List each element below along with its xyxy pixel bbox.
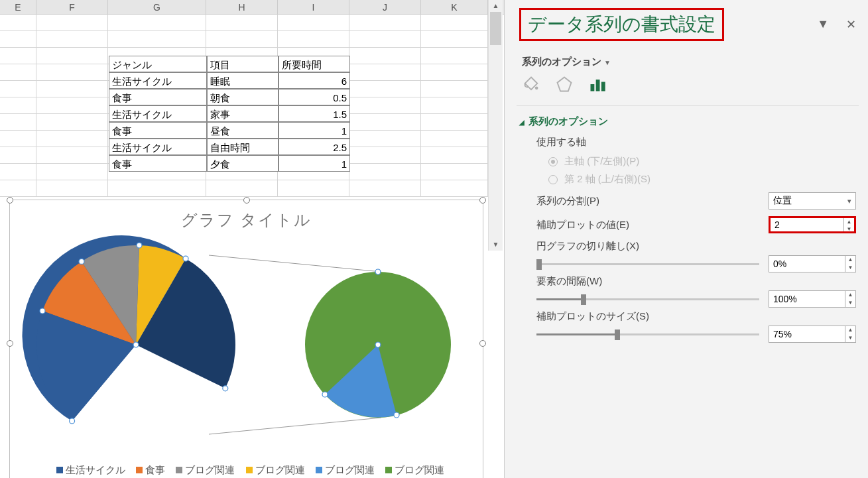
chart-title[interactable]: グラフ タイトル <box>10 209 483 231</box>
svg-point-4 <box>137 243 142 248</box>
svg-point-12 <box>322 392 328 397</box>
axis-label: 使用する軸 <box>536 136 856 149</box>
table-cell[interactable]: 1 <box>279 122 350 139</box>
pane-title: データ系列の書式設定 <box>519 8 724 41</box>
gap-slider[interactable] <box>536 292 759 306</box>
table-cell[interactable]: 食事 <box>109 89 207 105</box>
svg-point-14 <box>535 87 538 90</box>
table-cell[interactable]: 食事 <box>109 122 207 139</box>
svg-marker-15 <box>558 78 572 91</box>
radio-primary-axis: 主軸 (下/左側)(P) <box>548 155 856 168</box>
table-cell[interactable]: 1.5 <box>279 105 350 122</box>
table-cell[interactable]: 夕食 <box>207 155 279 172</box>
split-label: 系列の分割(P) <box>536 195 769 208</box>
second-plot-size-spinner[interactable]: 75% ▲▼ <box>769 326 856 343</box>
table-cell[interactable]: 昼食 <box>207 122 279 139</box>
secondary-values-label: 補助プロットの値(E) <box>536 219 769 231</box>
data-table[interactable]: ジャンル 項目 所要時間 生活サイクル睡眠6 食事朝食0.5 生活サイクル家事1… <box>109 56 350 172</box>
explosion-slider[interactable] <box>536 257 759 270</box>
chart-legend: 生活サイクル 食事 ブログ関連 ブログ関連 ブログ関連 ブログ関連 <box>10 464 483 477</box>
column-headers: E F G H I J K <box>0 0 504 15</box>
table-cell[interactable]: 生活サイクル <box>109 72 207 89</box>
effects-icon[interactable] <box>555 75 574 93</box>
vertical-scrollbar[interactable]: ▲ ▼ <box>488 0 503 251</box>
col-header[interactable]: K <box>421 0 488 14</box>
gap-label: 要素の間隔(W) <box>536 275 856 288</box>
split-select[interactable]: 位置 <box>769 192 856 209</box>
svg-point-6 <box>40 308 45 314</box>
radio-secondary-axis: 第 2 軸 (上/右側)(S) <box>548 173 856 186</box>
radio-icon <box>548 175 558 184</box>
table-cell[interactable]: 睡眠 <box>207 72 279 89</box>
close-icon[interactable]: ✕ <box>846 17 856 32</box>
pane-menu-icon[interactable]: ▼ <box>817 17 829 32</box>
col-header[interactable]: J <box>349 0 421 14</box>
table-cell[interactable]: 生活サイクル <box>109 139 207 155</box>
col-header[interactable]: H <box>206 0 278 14</box>
scroll-up-icon[interactable]: ▲ <box>489 0 503 12</box>
svg-rect-17 <box>596 80 600 91</box>
radio-icon <box>548 157 558 166</box>
gap-spinner[interactable]: 100% ▲▼ <box>769 290 856 308</box>
embedded-chart[interactable]: グラフ タイトル <box>9 200 483 478</box>
table-cell[interactable]: 生活サイクル <box>109 105 207 122</box>
tab-icons <box>522 75 856 93</box>
table-header[interactable]: 所要時間 <box>279 56 350 72</box>
svg-point-11 <box>394 412 399 418</box>
spinner-up-icon[interactable]: ▲ <box>844 218 854 225</box>
svg-point-7 <box>70 418 75 424</box>
svg-point-5 <box>79 259 84 264</box>
table-cell[interactable]: 6 <box>279 72 350 89</box>
table-cell[interactable]: 2.5 <box>279 139 350 155</box>
svg-point-10 <box>375 342 381 347</box>
svg-point-13 <box>375 269 381 274</box>
second-plot-size-slider[interactable] <box>536 328 759 341</box>
svg-point-8 <box>223 386 228 391</box>
svg-rect-18 <box>601 82 605 91</box>
table-cell[interactable]: 0.5 <box>279 89 350 105</box>
svg-point-3 <box>183 256 188 261</box>
scroll-down-icon[interactable]: ▼ <box>489 239 503 251</box>
table-cell[interactable]: 1 <box>279 155 350 172</box>
spinner-down-icon[interactable]: ▼ <box>844 225 854 233</box>
spreadsheet-grid: E F G H I J K ジャンル 項目 所要時間 生活サイクル睡眠6 食事朝… <box>0 0 504 478</box>
col-header[interactable]: I <box>278 0 349 14</box>
scroll-thumb[interactable] <box>490 12 501 45</box>
table-cell[interactable]: 食事 <box>109 155 207 172</box>
explosion-spinner[interactable]: 0% ▲▼ <box>769 255 856 272</box>
options-header[interactable]: 系列のオプション <box>519 115 856 128</box>
table-cell[interactable]: 朝食 <box>207 89 279 105</box>
series-options-icon[interactable] <box>588 75 607 93</box>
format-pane: データ系列の書式設定 ▼ ✕ 系列のオプション▼ 系列のオプション 使用する軸 … <box>504 0 868 478</box>
explosion-label: 円グラフの切り離し(X) <box>536 240 856 253</box>
col-header[interactable]: G <box>108 0 206 14</box>
table-header[interactable]: 項目 <box>207 56 279 72</box>
second-plot-size-label: 補助プロットのサイズ(S) <box>536 310 856 323</box>
svg-rect-16 <box>591 84 595 91</box>
section-dropdown[interactable]: 系列のオプション▼ <box>522 56 856 68</box>
secondary-values-spinner[interactable]: 2 ▲▼ <box>769 216 856 233</box>
svg-point-2 <box>133 342 139 347</box>
svg-line-0 <box>209 255 381 272</box>
table-header[interactable]: ジャンル <box>109 56 207 72</box>
table-cell[interactable]: 家事 <box>207 105 279 122</box>
fill-icon[interactable] <box>522 75 540 93</box>
col-header[interactable]: E <box>0 0 36 14</box>
table-cell[interactable]: 自由時間 <box>207 139 279 155</box>
col-header[interactable]: F <box>36 0 108 14</box>
svg-line-1 <box>209 418 381 434</box>
